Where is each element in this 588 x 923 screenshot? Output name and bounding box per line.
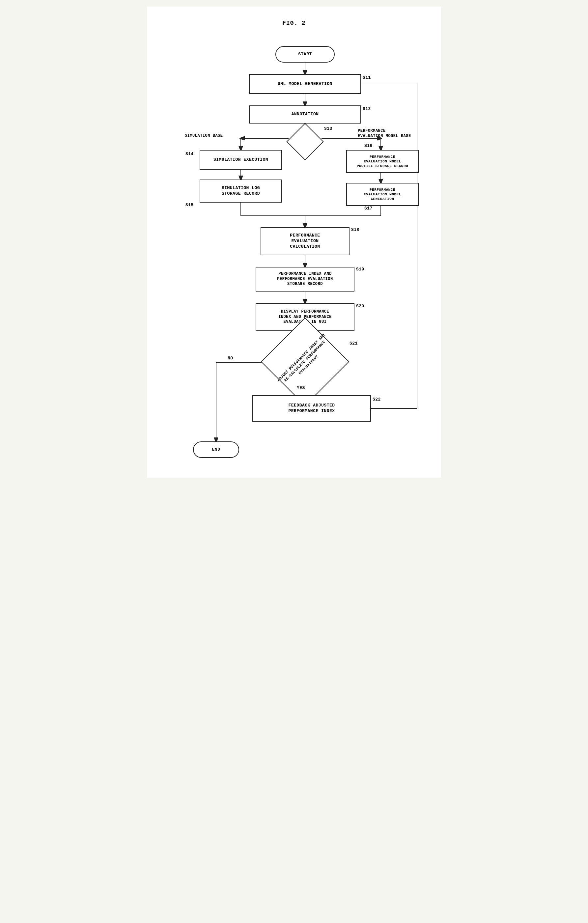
s22-node: FEEDBACK ADJUSTED PERFORMANCE INDEX: [252, 395, 371, 422]
s16-node: PERFORMANCE EVALUATION MODEL PROFILE STO…: [346, 150, 419, 173]
s18-node: PERFORMANCE EVALUATION CALCULATION: [261, 227, 350, 255]
no-label: NO: [228, 356, 233, 361]
s14-label: S14: [186, 151, 194, 156]
s20-label: S20: [356, 304, 364, 309]
s18-label: S18: [351, 227, 360, 232]
sim-base-label: SIMULATION BASE: [185, 133, 223, 138]
s12-node: ANNOTATION: [249, 105, 361, 123]
s19-label: S19: [356, 267, 364, 272]
s15-label: S15: [186, 203, 194, 207]
s14b-node: SIMULATION LOG STORAGE RECORD: [200, 179, 282, 203]
s21-label: S21: [350, 341, 358, 346]
s13-label: S13: [324, 126, 332, 131]
s11-node: UML MODEL GENERATION: [249, 74, 361, 94]
perf-base-label: PERFORMANCE EVALUATION MODEL BASE: [358, 128, 411, 139]
s13-diamond: [289, 125, 322, 158]
start-node: START: [275, 46, 335, 62]
s16-label: S16: [364, 143, 373, 148]
s19-node: PERFORMANCE INDEX AND PERFORMANCE EVALUA…: [256, 267, 355, 292]
flowchart: START UML MODEL GENERATION S11 ANNOTATIO…: [167, 36, 421, 465]
page: FIG. 2: [147, 7, 441, 478]
figure-title: FIG. 2: [167, 20, 421, 26]
s11-label: S11: [363, 75, 371, 80]
s22-label: S22: [373, 397, 381, 402]
s14-node: SIMULATION EXECUTION: [200, 150, 282, 170]
s21-diamond: ADJUST PERFORMANCE INDEX AND RE-CALCULAT…: [262, 339, 348, 384]
s17-label: S17: [364, 206, 373, 211]
s12-label: S12: [363, 107, 371, 111]
yes-label: YES: [297, 385, 305, 390]
end-node: END: [193, 442, 239, 458]
s16b-node: PERFORMANCE EVALUATION MODEL GENERATION: [346, 183, 419, 206]
